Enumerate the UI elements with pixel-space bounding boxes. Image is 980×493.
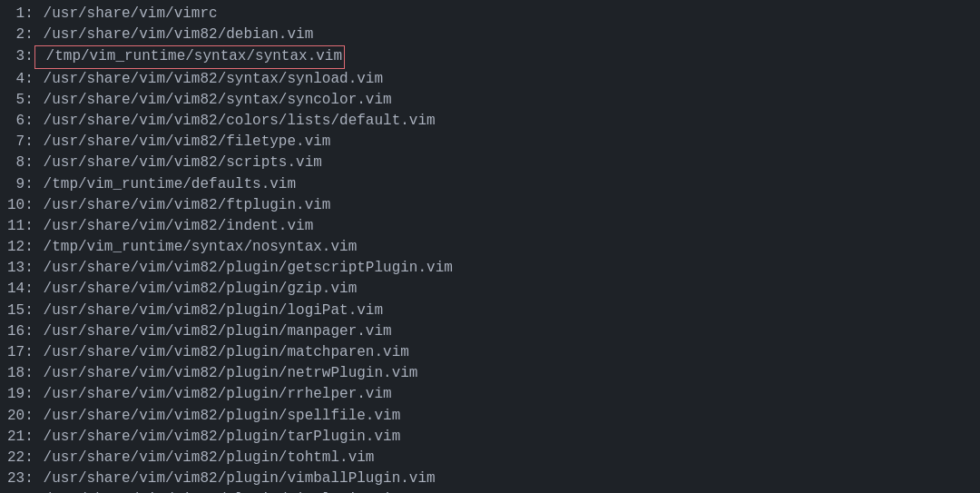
line-item: 3: /tmp/vim_runtime/syntax/syntax.vim — [7, 45, 973, 68]
line-item: 15: /usr/share/vim/vim82/plugin/logiPat.… — [7, 301, 973, 321]
line-path: /usr/share/vim/vim82/plugin/vimballPlugi… — [34, 468, 436, 489]
line-number: 4: — [7, 69, 34, 90]
line-path: /usr/share/vim/vim82/plugin/getscriptPlu… — [34, 258, 453, 279]
line-number: 10: — [7, 195, 34, 216]
line-path: /usr/share/vim/vimrc — [34, 4, 218, 25]
line-number: 17: — [7, 342, 34, 363]
line-number: 23: — [7, 468, 34, 489]
line-path: /usr/share/vim/vim82/plugin/tarPlugin.vi… — [34, 427, 400, 448]
line-number: 20: — [7, 406, 34, 427]
line-number: 2: — [7, 25, 34, 45]
line-path: /tmp/vim_runtime/syntax/nosyntax.vim — [34, 237, 357, 258]
line-item: 20: /usr/share/vim/vim82/plugin/spellfil… — [7, 406, 973, 427]
terminal: 1: /usr/share/vim/vimrc 2: /usr/share/vi… — [0, 0, 980, 493]
line-path: /usr/share/vim/vim82/plugin/netrwPlugin.… — [34, 363, 417, 384]
line-number: 5: — [7, 90, 34, 111]
line-item: 8: /usr/share/vim/vim82/scripts.vim — [7, 153, 973, 173]
file-list: 1: /usr/share/vim/vimrc 2: /usr/share/vi… — [7, 4, 973, 493]
line-number: 11: — [7, 216, 34, 237]
line-item: 14: /usr/share/vim/vim82/plugin/gzip.vim — [7, 279, 973, 300]
line-path: /usr/share/vim/vim82/indent.vim — [34, 216, 313, 237]
line-item: 13: /usr/share/vim/vim82/plugin/getscrip… — [7, 258, 973, 279]
line-number: 18: — [7, 363, 34, 384]
line-path: /usr/share/vim/vim82/syntax/syncolor.vim — [34, 90, 392, 111]
line-number: 16: — [7, 321, 34, 342]
line-path: /usr/share/vim/vim82/debian.vim — [34, 25, 313, 45]
line-path: /usr/share/vim/vim82/plugin/spellfile.vi… — [34, 406, 400, 427]
line-item: 19: /usr/share/vim/vim82/plugin/rrhelper… — [7, 384, 973, 405]
line-number: 9: — [7, 174, 34, 195]
line-number: 13: — [7, 258, 34, 279]
line-number: 14: — [7, 279, 34, 300]
line-item: 6: /usr/share/vim/vim82/colors/lists/def… — [7, 111, 973, 132]
line-path: /usr/share/vim/vim82/plugin/gzip.vim — [34, 279, 357, 300]
line-item: 4: /usr/share/vim/vim82/syntax/synload.v… — [7, 69, 973, 90]
line-item: 17: /usr/share/vim/vim82/plugin/matchpar… — [7, 342, 973, 363]
line-item: 16: /usr/share/vim/vim82/plugin/manpager… — [7, 321, 973, 342]
line-item: 2: /usr/share/vim/vim82/debian.vim — [7, 25, 973, 45]
line-path: /usr/share/vim/vim82/plugin/logiPat.vim — [34, 301, 383, 321]
line-path: /usr/share/vim/vim82/scripts.vim — [34, 153, 322, 173]
line-number: 15: — [7, 301, 34, 321]
line-item: 24: /usr/share/vim/vim82/plugin/zipPlugi… — [7, 489, 973, 493]
line-path: /usr/share/vim/vim82/plugin/manpager.vim — [34, 321, 392, 342]
line-item: 9: /tmp/vim_runtime/defaults.vim — [7, 174, 973, 195]
line-number: 3: — [7, 46, 34, 67]
line-number: 12: — [7, 237, 34, 258]
line-item: 21: /usr/share/vim/vim82/plugin/tarPlugi… — [7, 427, 973, 448]
highlighted-path: /tmp/vim_runtime/syntax/syntax.vim — [34, 45, 345, 68]
line-item: 7: /usr/share/vim/vim82/filetype.vim — [7, 132, 973, 153]
line-item: 18: /usr/share/vim/vim82/plugin/netrwPlu… — [7, 363, 973, 384]
line-path: /usr/share/vim/vim82/filetype.vim — [34, 132, 330, 153]
line-path: /usr/share/vim/vim82/plugin/rrhelper.vim — [34, 384, 392, 405]
line-number: 1: — [7, 4, 34, 25]
line-item: 10: /usr/share/vim/vim82/ftplugin.vim — [7, 195, 973, 216]
line-path: /tmp/vim_runtime/defaults.vim — [34, 174, 296, 195]
line-item: 11: /usr/share/vim/vim82/indent.vim — [7, 216, 973, 237]
line-item: 5: /usr/share/vim/vim82/syntax/syncolor.… — [7, 90, 973, 111]
line-item: 1: /usr/share/vim/vimrc — [7, 4, 973, 25]
line-path: /usr/share/vim/vim82/syntax/synload.vim — [34, 69, 383, 90]
line-number: 8: — [7, 153, 34, 173]
line-item: 12: /tmp/vim_runtime/syntax/nosyntax.vim — [7, 237, 973, 258]
line-number: 24: — [7, 489, 34, 493]
line-item: 23: /usr/share/vim/vim82/plugin/vimballP… — [7, 468, 973, 489]
line-number: 21: — [7, 427, 34, 448]
line-number: 6: — [7, 111, 34, 132]
line-path: /usr/share/vim/vim82/plugin/matchparen.v… — [34, 342, 409, 363]
line-path: /usr/share/vim/vim82/colors/lists/defaul… — [34, 111, 436, 132]
line-path: /usr/share/vim/vim82/plugin/zipPlugin.vi… — [34, 489, 400, 493]
line-item: 22: /usr/share/vim/vim82/plugin/tohtml.v… — [7, 448, 973, 468]
line-path: /usr/share/vim/vim82/ftplugin.vim — [34, 195, 330, 216]
line-path: /usr/share/vim/vim82/plugin/tohtml.vim — [34, 448, 374, 468]
line-number: 7: — [7, 132, 34, 153]
line-number: 22: — [7, 448, 34, 468]
line-number: 19: — [7, 384, 34, 405]
